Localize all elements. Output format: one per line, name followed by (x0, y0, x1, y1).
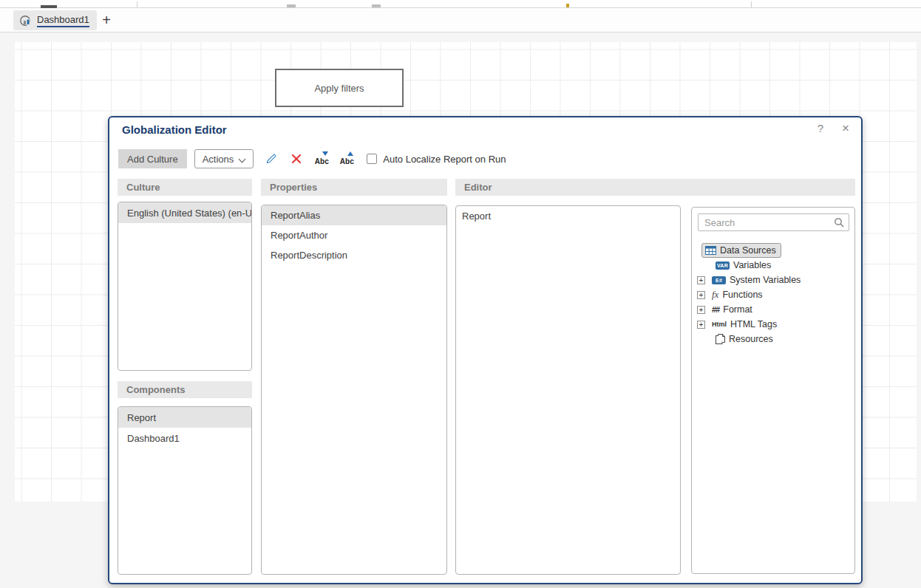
tab-dashboard1[interactable]: Dashboard1 (13, 10, 97, 30)
culture-column-header: Culture (118, 179, 252, 196)
edit-culture-button[interactable] (264, 151, 279, 167)
tree-item-label: Data Sources (720, 245, 776, 256)
abc-label: Abc (315, 158, 329, 165)
add-culture-button[interactable]: Add Culture (118, 149, 187, 168)
auto-localize-checkbox[interactable] (367, 154, 377, 164)
dialog-title: Globalization Editor (122, 123, 227, 136)
tree-item-variables[interactable]: VAR Variables (692, 258, 854, 273)
system-variables-badge-icon: E# (712, 276, 726, 284)
dialog-toolbar: Add Culture Actions Abc Abc Auto Localiz… (118, 148, 506, 169)
toolbar-separator (751, 1, 752, 7)
help-icon[interactable]: ? (814, 122, 827, 134)
components-column-header: Components (118, 381, 252, 398)
tab-label: Dashboard1 (37, 14, 89, 27)
expression-tree: Data Sources VAR Variables + E# System V… (692, 243, 854, 346)
expression-tree-panel: Data Sources VAR Variables + E# System V… (691, 207, 855, 574)
tree-item-resources[interactable]: Resources (692, 332, 854, 346)
tree-item-html-tags[interactable]: + Html HTML Tags (692, 317, 854, 332)
document-tab-bar: Dashboard1 + (0, 8, 921, 33)
properties-list-item[interactable]: ReportDescription (262, 245, 446, 265)
properties-list: ReportAlias ReportAuthor ReportDescripti… (261, 205, 447, 575)
tree-item-functions[interactable]: + fx Functions (692, 287, 854, 302)
components-list: Report Dashboard1 (118, 406, 252, 575)
expand-plus-icon[interactable]: + (697, 306, 705, 314)
properties-list-item[interactable]: ReportAlias (262, 205, 446, 225)
tree-item-label: Format (723, 304, 752, 315)
add-tab-button[interactable]: + (97, 10, 116, 30)
components-list-item[interactable]: Report (118, 407, 251, 428)
import-localization-button[interactable]: Abc (314, 151, 329, 167)
html-icon: Html (712, 321, 727, 328)
tree-item-label: Functions (722, 290, 762, 300)
tree-item-data-sources[interactable]: Data Sources (692, 243, 854, 258)
search-input[interactable] (698, 213, 849, 231)
resources-pages-icon (716, 334, 725, 344)
expand-plus-icon[interactable]: + (697, 276, 705, 284)
delete-culture-button[interactable] (289, 151, 304, 167)
auto-localize-label: Auto Localize Report on Run (383, 154, 506, 165)
tree-item-label: Variables (733, 260, 771, 270)
abc-label: Abc (340, 158, 354, 165)
toolbar-separator (137, 1, 137, 7)
red-x-icon (291, 154, 302, 164)
tree-item-system-variables[interactable]: + E# System Variables (692, 273, 854, 287)
editor-column-header: Editor (455, 179, 855, 196)
globalization-editor-dialog: Globalization Editor ? × Add Culture Act… (108, 116, 863, 584)
arrow-up-icon (347, 151, 353, 156)
data-sources-table-icon (705, 246, 716, 255)
toolbar-fragment (372, 4, 381, 7)
variables-badge-icon: VAR (716, 261, 730, 270)
apply-filters-button[interactable]: Apply filters (275, 69, 404, 107)
properties-list-item[interactable]: ReportAuthor (262, 225, 446, 245)
pencil-icon (265, 153, 277, 165)
cropped-top-toolbar (0, 0, 921, 8)
actions-dropdown[interactable]: Actions (194, 149, 254, 168)
tree-item-label: System Variables (730, 275, 801, 285)
toolbar-fragment (566, 4, 569, 7)
fx-icon: fx (712, 289, 718, 301)
toolbar-fragment (287, 4, 296, 7)
expand-plus-icon[interactable]: + (697, 321, 705, 329)
expand-plus-icon[interactable]: + (697, 291, 705, 299)
format-hash-icon: ## (712, 305, 719, 314)
auto-localize-option[interactable]: Auto Localize Report on Run (367, 154, 506, 165)
close-icon[interactable]: × (839, 121, 852, 136)
properties-column-header: Properties (261, 179, 447, 196)
chevron-down-icon (239, 156, 245, 162)
components-list-item[interactable]: Dashboard1 (118, 428, 251, 448)
selected-tree-item-chip: Data Sources (701, 243, 781, 258)
search-box (698, 213, 849, 231)
actions-label: Actions (203, 154, 234, 165)
dashboard-icon (19, 15, 32, 27)
tree-item-format[interactable]: + ## Format (692, 302, 854, 317)
search-icon (834, 217, 844, 228)
localization-editor-textarea[interactable]: Report (455, 205, 681, 575)
culture-list: English (United States) (en-US) (118, 202, 252, 371)
export-localization-button[interactable]: Abc (339, 151, 354, 167)
arrow-down-icon (322, 151, 328, 156)
tree-item-label: Resources (729, 334, 773, 344)
tree-item-label: HTML Tags (730, 319, 777, 329)
culture-list-item[interactable]: English (United States) (en-US) (118, 202, 251, 223)
